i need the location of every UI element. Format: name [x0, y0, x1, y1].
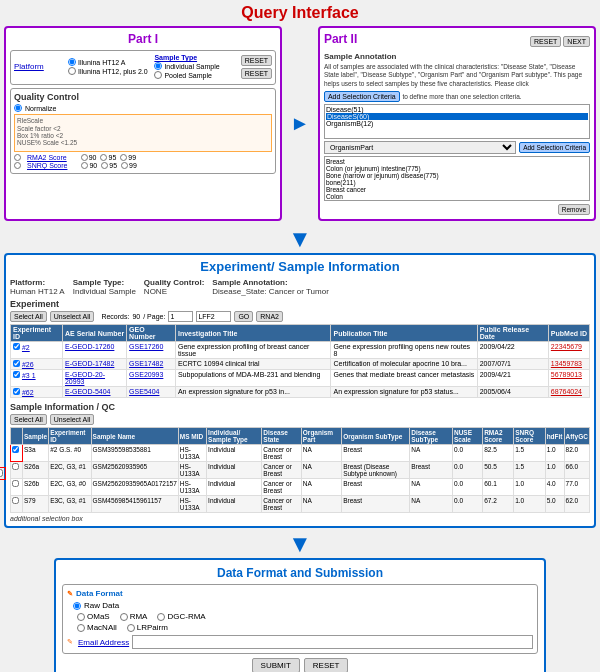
qc-detail3: Box 1% ratio <2: [17, 132, 269, 139]
reset-btn-part2[interactable]: RESET: [530, 36, 561, 47]
exp-id-cell: #3 1: [11, 370, 63, 387]
exp-pub-cell: Genes that mediate breast cancer metasta…: [331, 370, 477, 387]
reset-btn-bottom[interactable]: RESET: [304, 658, 349, 672]
col-type: Individual/ Sample Type: [207, 428, 262, 445]
next-btn-part2[interactable]: NEXT: [563, 36, 590, 47]
snrq-radio[interactable]: [14, 162, 21, 169]
platform-val2: Illunina HT12, plus 2.0: [78, 68, 148, 75]
middle-section: Experiment/ Sample Information Platform:…: [4, 253, 596, 528]
add-selection-desc: to define more than one selection criter…: [402, 93, 521, 100]
snrq-opt1-radio[interactable]: [81, 162, 88, 169]
email-input[interactable]: [132, 635, 533, 649]
format-lrpairm-radio[interactable]: [127, 624, 135, 632]
sample-type-cell: Individual: [207, 479, 262, 496]
exp-checkbox[interactable]: [13, 388, 20, 395]
sample-mid-cell: HS-U133A: [178, 462, 206, 479]
exp-date-cell: 2009/4/21: [477, 370, 548, 387]
reset-button-part1[interactable]: RESET: [241, 68, 272, 79]
main-container: Query Interface Part I Platform Illunina…: [0, 0, 600, 672]
rma-label[interactable]: RMA2 Score: [27, 154, 67, 161]
annotation-desc: All of samples are associated with the c…: [324, 63, 590, 88]
page-input[interactable]: [168, 311, 193, 322]
list-item: bone(211): [326, 179, 588, 186]
col-ae: AE Serial Number: [62, 325, 126, 342]
submit-btn[interactable]: SUBMIT: [252, 658, 300, 672]
sample-checkbox[interactable]: [12, 497, 19, 504]
annotation-list1[interactable]: Disease(51) DiseaseS(60) OrganismB(12): [324, 104, 590, 139]
records-val: 90: [132, 313, 140, 320]
sample-affy-cell: 66.0: [564, 462, 589, 479]
rma-opt1-label: 90: [81, 154, 97, 161]
exp-ae-cell: E-GEOD-5404: [62, 387, 126, 398]
records-label: Records:: [101, 313, 129, 320]
list-item: OrganismB(12): [326, 120, 588, 127]
experiment-section-title: Experiment: [10, 299, 590, 309]
sample-checkbox[interactable]: [12, 446, 19, 453]
sample-organ-cell: NA: [301, 445, 341, 462]
condition-qc-val: NONE: [144, 287, 204, 296]
condition-annotation: Sample Annotation: Disease_State: Cancer…: [212, 278, 329, 296]
normalize-label: Normalize: [25, 105, 57, 112]
quality-control-section: Quality Control Normalize RleScale Scale…: [10, 88, 276, 174]
rma-radio[interactable]: [14, 154, 21, 161]
annotation-list2[interactable]: Breast Colon (or jejunum) intestine(775)…: [324, 156, 590, 201]
go-btn[interactable]: GO: [234, 311, 253, 322]
normalize-radio[interactable]: [14, 104, 22, 112]
format-dgcrma-radio[interactable]: [157, 613, 165, 621]
search-field[interactable]: [196, 311, 231, 322]
exp-checkbox[interactable]: [13, 343, 20, 350]
platform-label[interactable]: Platform: [14, 62, 64, 71]
add-selection-btn1[interactable]: Add Selection Criteria: [324, 91, 400, 102]
add-button[interactable]: RESET: [241, 55, 272, 66]
format-rawdata-radio[interactable]: [73, 602, 81, 610]
exp-geo-cell: GSE20993: [127, 370, 176, 387]
sample-checkbox[interactable]: [12, 463, 19, 470]
format-rma-radio[interactable]: [120, 613, 128, 621]
snrq-label[interactable]: SNRQ Score: [27, 162, 67, 169]
snrq-opt2-radio[interactable]: [101, 162, 108, 169]
exp-pub-cell: Gene expression profiling opens new rout…: [331, 342, 477, 359]
sample-orgsub-cell: Breast: [342, 496, 410, 513]
sample-snrq-cell: 1.0: [514, 496, 545, 513]
exp-checkbox[interactable]: [13, 371, 20, 378]
select-all-sample-btn[interactable]: Select All: [10, 414, 47, 425]
sample-type-cell: Individual: [207, 496, 262, 513]
sample-rma-cell: 82.5: [483, 445, 514, 462]
rma-opt3-radio[interactable]: [120, 154, 127, 161]
extra-checkbox[interactable]: [0, 469, 3, 477]
format-rawdata-row: Raw Data: [73, 601, 533, 610]
remove-btn[interactable]: Remove: [558, 204, 590, 215]
platform-radio2[interactable]: [68, 67, 76, 75]
rma-opt2-radio[interactable]: [100, 154, 107, 161]
rma-opt1-radio[interactable]: [81, 154, 88, 161]
col-rma: RMA2 Score: [483, 428, 514, 445]
snrq-opt3-radio[interactable]: [121, 162, 128, 169]
format-lrpairm-label: LRPairm: [127, 623, 168, 632]
exp-checkbox[interactable]: [13, 360, 20, 367]
sampletype-label[interactable]: Sample Type: [154, 54, 236, 61]
sample-checkbox-cell: [11, 462, 23, 479]
unselect-all-exp-btn[interactable]: Unselect All: [50, 311, 95, 322]
condition-annotation-key: Sample Annotation:: [212, 278, 329, 287]
format-omas5-radio[interactable]: [77, 613, 85, 621]
col-dissub: Disease SubType: [410, 428, 453, 445]
sample-checkbox[interactable]: [12, 480, 19, 487]
platform-radio1[interactable]: [68, 58, 76, 66]
format-macnail-radio[interactable]: [77, 624, 85, 632]
sampletype-radio1[interactable]: [154, 62, 162, 70]
rna-btn[interactable]: RNA2: [256, 311, 283, 322]
data-format-box: ✎Data Format Raw Data OMaS RMA DGC-RMA: [62, 584, 538, 654]
select-all-exp-btn[interactable]: Select All: [10, 311, 47, 322]
format-macnail-label: MacNAll: [77, 623, 117, 632]
col-orgsub: Organism SubType: [342, 428, 410, 445]
format-rawdata-label: Raw Data: [84, 601, 119, 610]
add-selection-btn2[interactable]: Add Selection Criteria: [519, 142, 590, 153]
sample-orgsub-cell: Breast: [342, 445, 410, 462]
list-item: Colon (or jejunum) intestine(775): [326, 165, 588, 172]
unselect-all-sample-btn[interactable]: Unselect All: [50, 414, 95, 425]
quality-title: Quality Control: [14, 92, 272, 102]
list-item: Bone (narrow or jejunum) disease(775): [326, 172, 588, 179]
organism-dropdown[interactable]: OrganismPart: [324, 141, 516, 154]
sampletype-radio2[interactable]: [154, 71, 162, 79]
col-exp-id: Experiment ID: [11, 325, 63, 342]
